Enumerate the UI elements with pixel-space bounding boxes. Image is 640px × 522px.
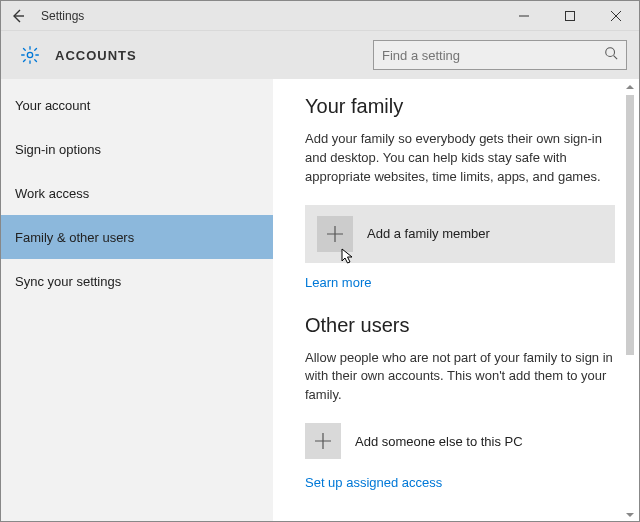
add-someone-else-button[interactable]: Add someone else to this PC (305, 423, 615, 459)
window-title: Settings (35, 9, 84, 23)
family-heading: Your family (305, 95, 615, 118)
cursor-icon (341, 248, 355, 270)
maximize-button[interactable] (547, 1, 593, 31)
search-icon (604, 46, 618, 64)
minimize-button[interactable] (501, 1, 547, 31)
search-input[interactable] (382, 48, 604, 63)
svg-rect-0 (566, 11, 575, 20)
sidebar-item-work-access[interactable]: Work access (1, 171, 273, 215)
scroll-thumb[interactable] (626, 95, 634, 355)
scroll-down-button[interactable] (623, 507, 637, 522)
close-button[interactable] (593, 1, 639, 31)
svg-point-1 (27, 52, 32, 57)
sidebar-item-label: Sync your settings (15, 274, 121, 289)
sidebar-item-sign-in-options[interactable]: Sign-in options (1, 127, 273, 171)
sidebar-item-label: Work access (15, 186, 89, 201)
search-box[interactable] (373, 40, 627, 70)
sidebar-item-family-other-users[interactable]: Family & other users (1, 215, 273, 259)
other-users-description: Allow people who are not part of your fa… (305, 349, 615, 406)
learn-more-link[interactable]: Learn more (305, 275, 371, 290)
assigned-access-link[interactable]: Set up assigned access (305, 475, 442, 490)
sidebar-item-label: Your account (15, 98, 90, 113)
sidebar-item-label: Family & other users (15, 230, 134, 245)
close-icon (611, 11, 621, 21)
back-button[interactable] (1, 1, 35, 31)
add-someone-else-label: Add someone else to this PC (355, 434, 523, 449)
sidebar-item-sync-your-settings[interactable]: Sync your settings (1, 259, 273, 303)
content-pane: Your family Add your family so everybody… (273, 79, 639, 522)
arrow-left-icon (10, 8, 26, 24)
add-family-member-button[interactable]: Add a family member (305, 205, 615, 263)
header: ACCOUNTS (1, 31, 639, 79)
sidebar-item-label: Sign-in options (15, 142, 101, 157)
gear-icon (19, 44, 41, 66)
plus-icon (305, 423, 341, 459)
svg-point-2 (606, 48, 615, 57)
add-family-member-label: Add a family member (367, 226, 490, 241)
sidebar-item-your-account[interactable]: Your account (1, 83, 273, 127)
minimize-icon (519, 11, 529, 21)
maximize-icon (565, 11, 575, 21)
sidebar: Your account Sign-in options Work access… (1, 79, 273, 522)
plus-icon (317, 216, 353, 252)
scrollbar[interactable] (623, 79, 637, 522)
section-title: ACCOUNTS (41, 48, 137, 63)
titlebar: Settings (1, 1, 639, 31)
scroll-up-button[interactable] (623, 79, 637, 95)
other-users-heading: Other users (305, 314, 615, 337)
scroll-track[interactable] (623, 95, 637, 507)
family-description: Add your family so everybody gets their … (305, 130, 615, 187)
